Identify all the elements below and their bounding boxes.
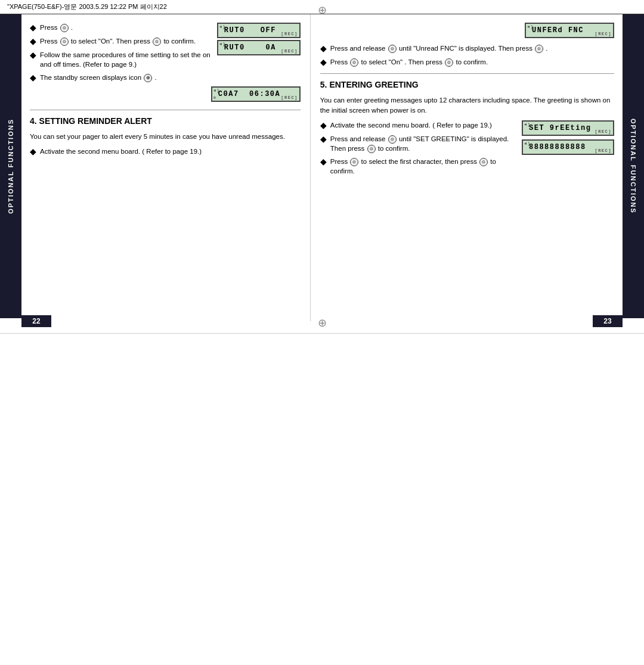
lcd-unread-fnc-text: UNFERd FNC (532, 26, 584, 35)
lcd-unread-wrapper: ◄) UNFERd FNC [REC] (320, 23, 614, 40)
bullet-press-2: ◆ Press ⊙ to select "On". Then press ⊙ t… (30, 36, 211, 46)
section5-bullet-text-3: Press ⊙ to select the first character, t… (330, 157, 516, 176)
bullet-text-3: Follow the same procedures of time setti… (40, 50, 211, 69)
lcd-set-corner-br: [REC] (595, 129, 612, 134)
bullet-sym-2: ◆ (30, 36, 36, 46)
bullet-sym-s4-1: ◆ (30, 147, 36, 157)
bullet-right-1: ◆ Press and release ⊙ until "Unread FNC"… (320, 43, 614, 54)
lcd-corner-tl-2: ◄) (219, 42, 226, 46)
content-area: ◄) RUT0 OFF [REC] ◄) RUT0 0A [REC] ◆ Pre… (21, 14, 623, 321)
btn-icon-s5-2: ⊙ (367, 145, 376, 153)
lcd-greeting-chars: ◄) 88888888888 [REC] (522, 139, 614, 155)
section-divider-right (320, 73, 614, 74)
bullet-sym-s5-3: ◆ (320, 157, 327, 167)
lcd-set-greeting: ◄) SET 9rEEting [REC] (522, 120, 614, 136)
btn-icon-s5-1: ⊙ (388, 135, 397, 144)
lcd-corner-br-1: [REC] (281, 32, 298, 36)
page-spread: "XPAGE(750-E&F)-영문 2003.5.29 12:22 PM 페이… (0, 0, 644, 334)
left-column: ◄) RUT0 OFF [REC] ◄) RUT0 0A [REC] ◆ Pre… (21, 14, 310, 321)
bottom-crosshair: ⊕ (318, 316, 327, 330)
btn-icon-1: ⊙ (60, 24, 69, 32)
lcd-auto-on: ◄) RUT0 0A [REC] (217, 40, 301, 55)
lcd-auto-off-text: RUT0 OFF (224, 26, 276, 35)
bullet-text-2: Press ⊙ to select "On". Then press ⊙ to … (40, 36, 196, 46)
section5-bullet-text-2: Press and release ⊙ until "SET GREETING"… (330, 134, 516, 153)
lcd-unread-corner-tl: ◄) (527, 24, 534, 29)
lcd-unread-corner-br: [REC] (595, 32, 612, 36)
lcd-conf-text: C0A7 06:30A (218, 90, 280, 98)
section5-body: You can enter greeting messages upto 12 … (320, 95, 614, 116)
bullet-press-1: ◆ Press ⊙ . (30, 23, 211, 33)
bullet-sym-4: ◆ (30, 73, 36, 83)
btn-icon-3: ⊙ (153, 38, 161, 46)
btn-icon-s5-4: ⊙ (479, 158, 488, 166)
bullet-text-r2: Press ⊙ to select "On" . Then press ⊙ to… (330, 57, 488, 67)
right-sidebar: OPTIONAL FUNCTIONS (623, 14, 644, 318)
bullet-text-4: The standby screen displays icon ⊕ . (40, 73, 157, 82)
section4-bullet-1: ◆ Activate the second menu board. ( Refe… (30, 147, 301, 157)
bullet-sym-s5-1: ◆ (320, 120, 327, 130)
bullet-sym-1: ◆ (30, 23, 36, 33)
bullet-text-1: Press ⊙ . (40, 23, 73, 32)
bullet-sym-r2: ◆ (320, 57, 327, 67)
lcd-chars-corner-br: [REC] (595, 148, 612, 153)
lcd-auto-on-text: RUT0 0A (224, 43, 276, 52)
lcd-corner-br-2: [REC] (281, 49, 298, 54)
bullet-sym-3: ◆ (30, 50, 36, 60)
lcd-unread-fnc: ◄) UNFERd FNC [REC] (525, 23, 614, 38)
bullet-follow: ◆ Follow the same procedures of time set… (30, 50, 211, 69)
lcd-conf-corner-tl: ◄) (213, 88, 220, 93)
right-bullets-top: ◆ Press and release ⊙ until "Unread FNC"… (320, 43, 614, 67)
lcd-greeting-chars-text: 88888888888 (529, 143, 586, 151)
bullet-text-r1: Press and release ⊙ until "Unread FNC" i… (330, 43, 548, 53)
section5-bullet-2: ◆ Press and release ⊙ until "SET GREETIN… (320, 134, 516, 153)
section5-bullet-3: ◆ Press ⊙ to select the first character,… (320, 157, 516, 176)
lcd-conf-corner-br: [REC] (281, 95, 298, 100)
lcd-set-corner-tl: ◄) (524, 122, 531, 127)
section5-bullet-text-1: Activate the second menu board. ( Refer … (330, 120, 492, 130)
btn-icon-s5-3: ⊙ (350, 158, 358, 166)
section4-title: 4. SETTING REMINDER ALERT (30, 116, 301, 126)
lcd-auto-off: ◄) RUT0 OFF [REC] (217, 23, 301, 38)
btn-icon-r3: ⊙ (350, 58, 358, 67)
header-text: "XPAGE(750-E&F)-영문 2003.5.29 12:22 PM 페이… (7, 2, 167, 11)
lcd-chars-corner-tl: ◄) (524, 141, 531, 146)
right-sidebar-label: OPTIONAL FUNCTIONS (630, 119, 637, 214)
icon-standby: ⊕ (144, 74, 152, 82)
bullet-sym-s5-2: ◆ (320, 134, 327, 144)
bullet-right-2: ◆ Press ⊙ to select "On" . Then press ⊙ … (320, 57, 614, 67)
btn-icon-2: ⊙ (60, 38, 69, 46)
lcd-greeting-wrapper: ◄) SET 9rEEting [REC] ◄) 88888888888 [RE… (522, 120, 614, 157)
lcd-corner-tl-1: ◄) (219, 24, 226, 29)
section5-title: 5. ENTERING GREETING (320, 80, 614, 89)
lcd-conf-wrapper: ◄) C0A7 06:30A ⊙ [REC] (30, 86, 301, 104)
section4-body: You can set your pager to alert every 5 … (30, 132, 301, 142)
bullet-standby: ◆ The standby screen displays icon ⊕ . (30, 73, 301, 83)
section5-bullet-1: ◆ Activate the second menu board. ( Refe… (320, 120, 516, 130)
section4-bullet-text-1: Activate the second menu board. ( Refer … (40, 147, 202, 156)
right-column: ◄) UNFERd FNC [REC] ◆ Press and release … (310, 14, 623, 321)
left-sidebar: OPTIONAL FUNCTIONS (0, 14, 21, 318)
btn-icon-r2: ⊙ (535, 45, 543, 53)
section-divider-left (30, 110, 301, 110)
lcd-group-left: ◄) RUT0 OFF [REC] ◄) RUT0 0A [REC] (217, 23, 301, 57)
lcd-conf-corner-bl: ⊙ (213, 95, 217, 100)
btn-icon-r4: ⊙ (445, 58, 453, 67)
btn-icon-r1: ⊙ (388, 45, 397, 53)
left-sidebar-label: OPTIONAL FUNCTIONS (7, 119, 14, 214)
bullet-sym-r1: ◆ (320, 43, 327, 54)
lcd-set-greeting-text: SET 9rEEting (529, 124, 591, 132)
lcd-conf: ◄) C0A7 06:30A ⊙ [REC] (211, 86, 301, 102)
